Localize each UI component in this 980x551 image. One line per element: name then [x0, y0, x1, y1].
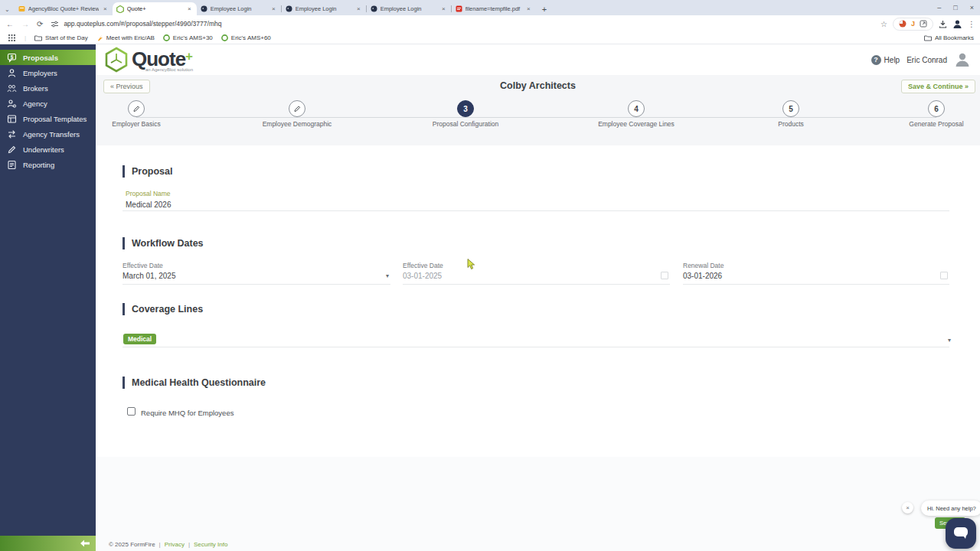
- sidebar-item-underwriters[interactable]: Underwriters: [0, 142, 96, 157]
- reload-icon[interactable]: ⟳: [37, 20, 43, 28]
- sidebar-item-label: Proposal Templates: [23, 115, 87, 123]
- bookmark-item[interactable]: Eric's AMS+60: [221, 34, 271, 41]
- field-value: 03-01-2026: [683, 272, 949, 280]
- step-generate-proposal[interactable]: 6 Generate Proposal: [887, 100, 980, 128]
- browser-toolbar: ← → ⟳ app.quoteplus.com/#/proposal/stepp…: [0, 15, 980, 32]
- stepper-band: « Previous Colby Architects Save & Conti…: [96, 75, 980, 145]
- field-label: Renewal Date: [683, 262, 949, 269]
- browser-tab[interactable]: Employee Login ×: [197, 2, 281, 15]
- agencybloc-doc-icon: [18, 5, 25, 12]
- pencil-edit-icon: [132, 105, 140, 112]
- step-label: Products: [741, 120, 841, 128]
- tab-search-chevron-icon[interactable]: ⌄: [5, 6, 10, 13]
- tab-close-icon[interactable]: ×: [525, 5, 532, 12]
- calendar-icon[interactable]: [940, 272, 948, 279]
- sidebar-item-brokers[interactable]: Brokers: [0, 80, 96, 96]
- chat-dismiss-button[interactable]: ×: [902, 502, 913, 514]
- section-accent-bar: [122, 165, 125, 178]
- proposal-name-input[interactable]: Medical 2026: [126, 201, 171, 209]
- extension-j-icon[interactable]: J: [911, 20, 915, 28]
- tab-close-icon[interactable]: ×: [186, 5, 193, 12]
- main-area: Quote+ an AgencyBloc solution ? Help Eri…: [96, 44, 980, 551]
- step-label: Employer Basics: [87, 120, 186, 128]
- new-tab-button[interactable]: +: [542, 5, 547, 14]
- extension-tab-icon[interactable]: [920, 20, 927, 28]
- app-logo: Quote+ an AgencyBloc solution: [103, 47, 193, 73]
- calendar-icon[interactable]: [661, 272, 668, 279]
- browser-tab[interactable]: Employee Login ×: [282, 2, 366, 15]
- browser-tab[interactable]: Employee Login ×: [367, 2, 451, 15]
- sidebar-item-agency[interactable]: Agency: [0, 96, 96, 111]
- url-input[interactable]: app.quoteplus.com/#/proposal/stepper/499…: [64, 20, 221, 28]
- reporting-icon: [7, 160, 17, 170]
- sidebar-item-label: Reporting: [23, 161, 54, 169]
- sidebar-item-proposal-templates[interactable]: Proposal Templates: [0, 111, 96, 126]
- step-employee-coverage-lines[interactable]: 4 Employee Coverage Lines: [586, 100, 686, 128]
- sidebar-item-reporting[interactable]: Reporting: [0, 157, 96, 172]
- footer: © 2025 FormFire | Privacy | Security Inf…: [109, 541, 227, 548]
- input-underline: [122, 210, 949, 211]
- forward-icon[interactable]: →: [21, 20, 29, 28]
- sidebar-item-label: Brokers: [23, 84, 48, 93]
- back-icon[interactable]: ←: [6, 20, 14, 28]
- pdf-icon: [456, 5, 462, 12]
- renewal-date-field[interactable]: Renewal Date 03-01-2026: [683, 262, 949, 285]
- folder-icon: [924, 34, 932, 41]
- chevron-down-icon[interactable]: ▾: [948, 337, 951, 344]
- step-employer-basics[interactable]: 1 Employer Basics: [87, 100, 186, 128]
- chevron-down-icon[interactable]: ▾: [386, 272, 389, 279]
- sidebar-item-employers[interactable]: Employers: [0, 65, 96, 80]
- tab-close-icon[interactable]: ×: [440, 5, 447, 12]
- bookmark-label: Eric's AMS+30: [173, 34, 213, 41]
- site-info-tune-icon[interactable]: [51, 20, 59, 28]
- formfire-dark-icon: [286, 5, 292, 12]
- save-continue-button[interactable]: Save & Continue »: [901, 80, 975, 93]
- tab-close-icon[interactable]: ×: [102, 5, 109, 12]
- bookmark-star-icon[interactable]: ☆: [880, 20, 887, 28]
- kebab-menu-icon[interactable]: ⋮: [968, 20, 975, 28]
- section-header-proposal: Proposal: [122, 165, 173, 178]
- tab-close-icon[interactable]: ×: [270, 5, 277, 12]
- bookmark-item[interactable]: Meet with Eric/AB: [96, 34, 155, 41]
- step-label: Generate Proposal: [887, 120, 980, 128]
- browser-tab[interactable]: filename=tempfile.pdf ×: [452, 2, 536, 15]
- bookmark-item[interactable]: Eric's AMS+30: [163, 34, 213, 41]
- avatar-icon[interactable]: [954, 51, 971, 68]
- chat-launcher-button[interactable]: [946, 518, 976, 549]
- window-close-button[interactable]: ×: [964, 4, 980, 11]
- effective-date-select-field[interactable]: Effective Date March 01, 2025 ▾: [122, 262, 390, 285]
- page-title: Colby Architects: [96, 80, 980, 91]
- section-accent-bar: [122, 377, 125, 389]
- field-label: Effective Date: [122, 262, 390, 269]
- downloads-icon[interactable]: [939, 20, 947, 28]
- sidebar-item-proposals[interactable]: $ Proposals: [0, 50, 96, 65]
- sidebar-item-agency-transfers[interactable]: Agency Transfers: [0, 126, 96, 142]
- field-value: 03-01-2025: [403, 272, 670, 280]
- app-header: Quote+ an AgencyBloc solution ? Help Eri…: [96, 44, 980, 75]
- apps-grid-icon[interactable]: [8, 34, 16, 42]
- privacy-link[interactable]: Privacy: [165, 541, 185, 548]
- tab-close-icon[interactable]: ×: [355, 5, 362, 12]
- step-label: Employee Demographic: [247, 120, 347, 128]
- folder-icon: [34, 34, 42, 41]
- step-products[interactable]: 5 Products: [741, 100, 841, 128]
- browser-tab[interactable]: AgencyBloc Quote+ Review Ti ×: [15, 2, 113, 15]
- input-underline: [683, 284, 949, 285]
- step-employee-demographic[interactable]: 2 Employee Demographic: [247, 100, 347, 128]
- sidebar-item-label: Underwriters: [23, 145, 64, 154]
- all-bookmarks-button[interactable]: All Bookmarks: [924, 34, 974, 41]
- require-mhq-checkbox[interactable]: [127, 407, 136, 416]
- profile-avatar-icon[interactable]: [952, 19, 962, 29]
- bookmark-folder[interactable]: Start of the Day: [34, 34, 88, 41]
- sidebar-collapse-bar[interactable]: [0, 536, 96, 551]
- browser-tab-active[interactable]: Quote+ ×: [113, 2, 197, 15]
- security-info-link[interactable]: Security Info: [194, 541, 227, 548]
- proposals-icon: $: [7, 53, 17, 63]
- help-button[interactable]: ? Help: [871, 55, 900, 65]
- extension-shield-icon[interactable]: [899, 20, 906, 28]
- step-proposal-configuration[interactable]: 3 Proposal Configuration: [416, 100, 515, 128]
- window-minimize-button[interactable]: –: [931, 4, 947, 11]
- window-maximize-button[interactable]: □: [947, 4, 963, 11]
- coverage-line-chip-medical[interactable]: Medical: [123, 334, 156, 344]
- svg-text:$: $: [11, 54, 14, 60]
